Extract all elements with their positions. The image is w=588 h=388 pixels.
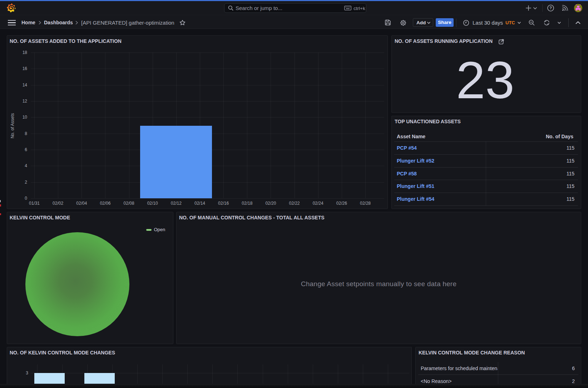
svg-text:?: ? <box>549 6 552 10</box>
